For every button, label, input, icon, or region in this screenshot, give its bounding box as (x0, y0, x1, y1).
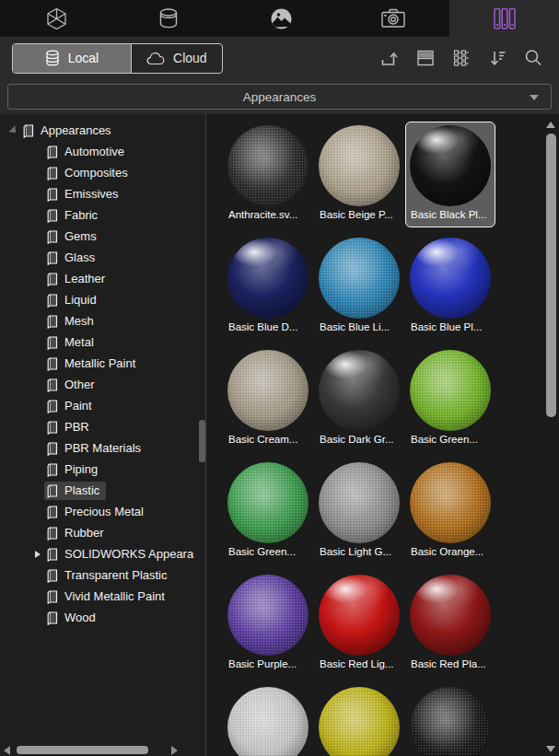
cloud-button[interactable]: Cloud (131, 44, 222, 73)
folder-icon (22, 123, 35, 138)
tree-item[interactable]: PBR Materials (0, 437, 205, 459)
tree-item[interactable]: Mesh (0, 310, 205, 331)
expand-arrow-icon[interactable] (31, 188, 44, 201)
tree-root-appearances[interactable]: Appearances (0, 120, 205, 141)
category-tree-panel: Appearances Automotive Composites (0, 114, 206, 756)
tree-item[interactable]: Plastic (0, 480, 205, 501)
tree-item-label: Rubber (64, 527, 104, 539)
material-label: Basic Black Pl... (406, 209, 495, 220)
material-tile[interactable]: Basic Orange... (405, 459, 495, 564)
expand-arrow-icon[interactable] (31, 230, 44, 243)
appearances-dropdown[interactable]: Appearances (7, 84, 552, 110)
expand-arrow-icon[interactable] (31, 294, 44, 307)
tree-item[interactable]: PBR (0, 416, 205, 437)
expand-arrow-icon[interactable] (31, 484, 44, 497)
folder-icon (46, 505, 59, 519)
tree-item[interactable]: Transparent Plastic (0, 564, 205, 586)
material-tile[interactable]: Basic Light G... (314, 459, 404, 564)
top-tab-bar (0, 0, 559, 37)
tree-item-label: PBR Materials (64, 442, 141, 454)
material-sphere (410, 125, 491, 206)
scroll-down-icon[interactable] (546, 746, 555, 752)
tree-item-label: Paint (64, 400, 92, 412)
scroll-left-icon[interactable] (4, 746, 10, 755)
paint-can-icon (157, 6, 181, 30)
tree-item[interactable]: Composites (0, 162, 205, 183)
expand-arrow-icon[interactable] (31, 251, 44, 264)
tree-item[interactable]: Liquid (0, 289, 205, 310)
material-tile[interactable]: Basic Beige P... (314, 122, 404, 227)
tree-item[interactable]: Glass (0, 247, 205, 268)
list-view-icon[interactable] (451, 48, 472, 68)
import-icon[interactable] (379, 48, 400, 68)
tree-item[interactable]: Leather (0, 268, 205, 289)
material-tile[interactable] (314, 683, 404, 756)
material-tile[interactable]: Basic Red Pla... (405, 571, 495, 677)
expand-arrow-icon[interactable] (31, 273, 44, 285)
material-tile[interactable]: Basic Blue Pl... (405, 234, 495, 340)
tree-item-label: Plastic (64, 484, 99, 496)
split-view-icon[interactable] (415, 48, 436, 68)
expand-arrow-icon[interactable] (31, 315, 44, 328)
tree-item[interactable]: Fabric (0, 204, 205, 226)
tree-item[interactable]: Gems (0, 226, 205, 247)
tree-item[interactable]: Vivid Metallic Paint (0, 586, 205, 607)
expand-arrow-icon[interactable] (31, 548, 44, 561)
expand-arrow-icon[interactable] (7, 124, 20, 137)
expand-arrow-icon[interactable] (31, 611, 44, 624)
material-tile[interactable] (405, 683, 495, 756)
expand-arrow-icon[interactable] (31, 590, 44, 603)
material-tile[interactable]: Basic Blue D... (223, 234, 313, 340)
tree-item[interactable]: Wood (0, 607, 205, 628)
tree-item[interactable]: Metal (0, 331, 205, 353)
material-tile[interactable]: Basic Cream... (223, 346, 313, 452)
expand-arrow-icon[interactable] (31, 506, 44, 518)
expand-arrow-icon[interactable] (31, 442, 44, 455)
expand-arrow-icon[interactable] (31, 400, 44, 413)
material-label: Basic Blue D... (224, 321, 312, 332)
sort-descending-icon[interactable] (487, 48, 507, 68)
material-tile[interactable]: Basic Purple... (223, 571, 313, 677)
expand-arrow-icon[interactable] (31, 421, 44, 434)
tree-item[interactable]: Piping (0, 459, 205, 480)
tab-appearances-library[interactable] (449, 0, 559, 37)
material-tile[interactable] (223, 683, 313, 756)
expand-arrow-icon[interactable] (31, 167, 44, 180)
tree-item[interactable]: Rubber (0, 522, 205, 543)
tab-materials[interactable] (112, 0, 225, 37)
expand-arrow-icon[interactable] (31, 378, 44, 391)
expand-arrow-icon[interactable] (31, 336, 44, 349)
scroll-up-icon[interactable] (546, 122, 555, 128)
tab-cameras[interactable] (337, 0, 449, 37)
tab-models[interactable] (0, 0, 112, 37)
expand-arrow-icon[interactable] (31, 145, 44, 158)
tree-item[interactable]: Other (0, 374, 205, 395)
material-tile[interactable]: Basic Red Lig... (314, 571, 404, 677)
material-tile[interactable]: Basic Black Pl... (405, 122, 495, 227)
material-tile[interactable]: Basic Blue Li... (314, 234, 404, 340)
tree-item[interactable]: Paint (0, 395, 205, 416)
expand-arrow-icon[interactable] (31, 569, 44, 582)
tree-horizontal-scrollbar-thumb[interactable] (17, 746, 148, 754)
expand-arrow-icon[interactable] (31, 463, 44, 476)
scroll-right-icon[interactable] (171, 746, 178, 755)
grid-vertical-scrollbar-thumb[interactable] (546, 134, 556, 417)
folder-icon (46, 378, 59, 392)
tree-item[interactable]: Emissives (0, 183, 205, 204)
material-tile[interactable]: Anthracite.sv... (223, 122, 313, 227)
material-tile[interactable]: Basic Green... (223, 459, 313, 564)
material-tile[interactable]: Basic Dark Gr... (314, 346, 404, 452)
search-icon[interactable] (523, 48, 543, 68)
tree-item[interactable]: SOLIDWORKS Appeara (0, 543, 205, 564)
tree-vertical-scrollbar-thumb[interactable] (199, 420, 205, 462)
tree-item[interactable]: Precious Metal (0, 501, 205, 522)
expand-arrow-icon[interactable] (31, 527, 44, 540)
tab-environments[interactable] (225, 0, 337, 37)
tree-item[interactable]: Metallic Paint (0, 353, 205, 374)
expand-arrow-icon[interactable] (31, 209, 44, 222)
tree-item[interactable]: Automotive (0, 141, 205, 162)
material-tile[interactable]: Basic Green... (405, 346, 495, 452)
expand-arrow-icon[interactable] (31, 357, 44, 370)
folder-icon (46, 462, 59, 477)
local-button[interactable]: Local (13, 44, 131, 73)
